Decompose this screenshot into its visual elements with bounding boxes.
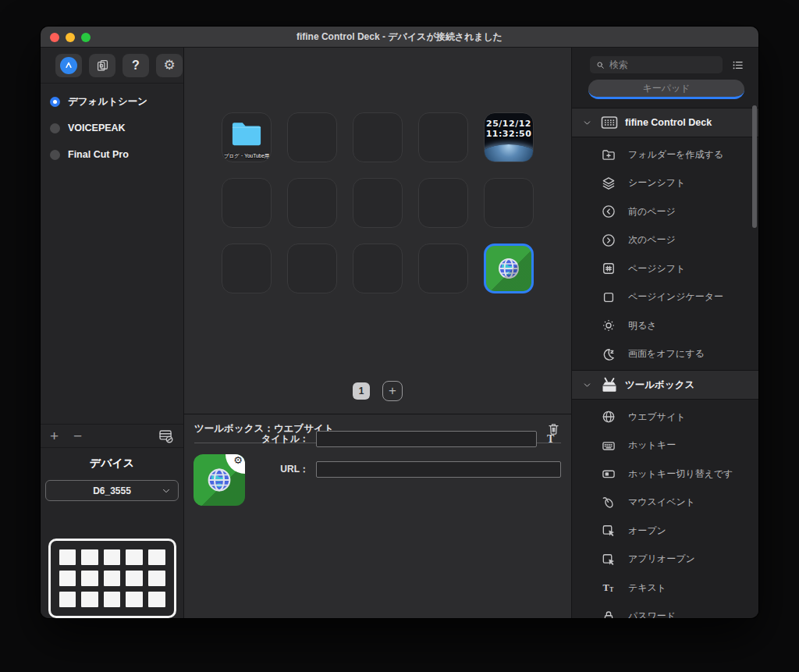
grid-cell-folder[interactable]: ブログ・YouTube用 [222, 112, 272, 162]
grid-cell-website-selected[interactable] [484, 244, 534, 293]
keypad-icon [600, 115, 619, 130]
grid-cell-empty[interactable] [418, 178, 468, 228]
group-header-control-deck[interactable]: fifine Control Deck [572, 108, 758, 137]
clock-time: 11:32:50 [485, 129, 533, 139]
scene-item-default[interactable]: デフォルトシーン [41, 88, 183, 115]
group-header-toolbox[interactable]: ツールボックス [572, 370, 758, 400]
earth-image [484, 144, 534, 162]
action-item[interactable]: オープン [572, 517, 758, 546]
folder-plus-icon [601, 147, 616, 162]
device-keypad-preview [48, 539, 176, 618]
action-search-field[interactable]: 検索 [590, 56, 723, 73]
grid-cell-empty[interactable] [287, 112, 337, 162]
cell-label: ブログ・YouTube用 [222, 153, 271, 160]
action-item[interactable]: 次のページ [572, 226, 758, 255]
action-item[interactable]: 明るさ [572, 311, 758, 340]
action-item[interactable]: ページシフト [572, 254, 758, 283]
device-manager-icon[interactable] [158, 428, 174, 444]
left-sidebar: ? ⚙ デフォルトシーン VOICEPEAK Final Cut Pro [41, 48, 184, 618]
add-page-button[interactable]: + [382, 381, 403, 401]
action-item[interactable]: マウスイベント [572, 489, 758, 517]
action-item[interactable]: ホットキー [572, 432, 758, 460]
scenes-button[interactable] [89, 54, 115, 77]
sidebar-toolbar: ? ⚙ [41, 48, 183, 84]
grid-cell-empty[interactable] [287, 178, 337, 228]
chevron-down-icon [582, 380, 592, 390]
radio-icon[interactable] [50, 150, 60, 160]
remove-scene-button[interactable]: − [73, 428, 97, 445]
title-input[interactable] [316, 431, 537, 447]
open-icon [601, 523, 616, 539]
chevron-down-icon [161, 485, 172, 496]
globe-icon [495, 254, 523, 283]
grid-cell-empty[interactable] [484, 178, 534, 228]
app-logo-button[interactable] [55, 54, 82, 77]
action-item[interactable]: T T テキスト [572, 574, 758, 603]
view-list-button[interactable] [731, 59, 744, 72]
brightness-icon [601, 318, 616, 333]
scene-list: デフォルトシーン VOICEPEAK Final Cut Pro [41, 84, 183, 168]
mouse-icon [601, 495, 616, 510]
search-icon [595, 60, 605, 70]
help-button[interactable]: ? [123, 54, 149, 77]
layers-icon [601, 176, 616, 191]
grid-cell-empty[interactable] [222, 178, 272, 228]
minimize-button[interactable] [66, 33, 75, 42]
url-field-label: URL： [184, 463, 309, 476]
settings-button[interactable]: ⚙ [156, 54, 183, 77]
action-item[interactable]: アプリオープン [572, 546, 758, 574]
text-style-button[interactable]: T [547, 433, 554, 446]
text-icon: T T [601, 580, 616, 596]
grid-cell-empty[interactable] [353, 112, 403, 162]
add-scene-button[interactable]: + [50, 428, 73, 445]
scene-item-voicepeak[interactable]: VOICEPEAK [41, 115, 183, 141]
action-detail-panel: ツールボックス：ウエブサイト [184, 414, 571, 617]
square-icon [601, 290, 616, 305]
keypad-tab[interactable]: キーパッド [588, 80, 744, 99]
grid-cell-empty[interactable] [418, 112, 468, 162]
hash-square-icon [601, 261, 616, 276]
grid-cell-empty[interactable] [353, 178, 403, 228]
radio-selected-icon[interactable] [50, 97, 60, 107]
actions-sidebar: 検索 キーパッド [571, 48, 758, 618]
chevron-right-circle-icon [601, 233, 616, 248]
scrollbar-thumb[interactable] [752, 105, 757, 228]
scene-copies-icon [95, 58, 110, 73]
chevron-down-icon [582, 118, 592, 128]
hotkey-toggle-icon [601, 466, 616, 482]
svg-text:T: T [609, 586, 613, 593]
svg-text:T: T [603, 582, 610, 593]
grid-cell-clock[interactable]: 25/12/12 11:32:50 [484, 112, 534, 162]
action-item[interactable]: ウエブサイト [572, 403, 758, 432]
device-section-header: デバイス [41, 447, 183, 478]
scene-item-finalcutpro[interactable]: Final Cut Pro [41, 141, 183, 168]
zoom-button[interactable] [81, 33, 91, 42]
clock-date: 25/12/12 [485, 119, 533, 129]
action-item[interactable]: ホットキー切り替えです [572, 460, 758, 489]
radio-icon[interactable] [50, 123, 60, 133]
page-indicator[interactable]: 1 [353, 382, 370, 400]
device-select[interactable]: D6_3555 [45, 480, 179, 501]
action-item[interactable]: 画面をオフにする [572, 340, 758, 369]
key-grid: ブログ・YouTube用 25/12/12 11:32:50 [222, 112, 534, 293]
toolbox-icon [600, 376, 619, 393]
action-item[interactable]: 前のページ [572, 197, 758, 226]
gear-icon: ⚙ [233, 455, 243, 465]
help-icon: ? [132, 59, 140, 73]
close-button[interactable] [50, 33, 59, 42]
key-grid-zone: ブログ・YouTube用 25/12/12 11:32:50 [184, 48, 571, 414]
action-item[interactable]: パスワード [572, 603, 758, 619]
folder-icon [229, 118, 265, 149]
title-bar: fifine Control Deck - デバイスが接続されました [41, 27, 758, 48]
grid-cell-empty[interactable] [222, 244, 272, 293]
grid-cell-empty[interactable] [353, 244, 403, 293]
action-item[interactable]: シーンシフト [572, 169, 758, 198]
mountain-logo-icon [60, 57, 77, 74]
window-title: fifine Control Deck - デバイスが接続されました [297, 30, 502, 44]
action-item[interactable]: ページインジケーター [572, 283, 758, 312]
globe-icon [601, 409, 616, 425]
grid-cell-empty[interactable] [287, 244, 337, 293]
url-input[interactable] [316, 461, 561, 478]
action-item[interactable]: フォルダーを作成する [572, 140, 758, 169]
grid-cell-empty[interactable] [418, 244, 468, 293]
